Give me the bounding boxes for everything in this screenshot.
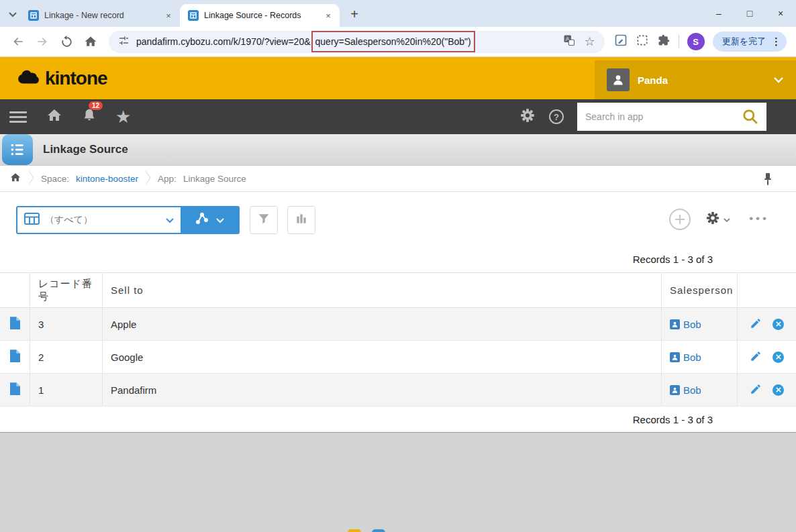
search-input[interactable] [577, 103, 734, 131]
tab-close-icon[interactable]: × [322, 9, 334, 21]
forward-icon[interactable] [31, 30, 54, 53]
back-icon[interactable] [7, 30, 30, 53]
settings-gear-icon[interactable] [519, 107, 536, 126]
app-settings-button[interactable] [705, 211, 730, 228]
breadcrumb-app-label: App: [158, 174, 177, 184]
delete-icon[interactable] [773, 352, 784, 363]
browser-update-button[interactable]: 更新を完了 ⋮ [713, 32, 787, 52]
header-sell-to[interactable]: Sell to [102, 273, 661, 307]
address-bar[interactable]: pandafirm.cybozu.com/k/1970/?view=20&que… [109, 31, 605, 53]
update-button-label: 更新を完了 [722, 36, 766, 48]
salesperson-link[interactable]: Bob [683, 352, 701, 363]
kintone-logo[interactable]: kintone [15, 68, 107, 89]
portal-home-icon[interactable] [46, 107, 63, 126]
url-text: pandafirm.cybozu.com/k/1970/?view=20&que… [136, 31, 475, 52]
app-header: Linkage Source [0, 134, 796, 166]
maximize-icon[interactable]: □ [734, 0, 765, 27]
record-number-cell: 3 [30, 308, 102, 340]
tab-title: Linkage Source - Records [204, 11, 317, 20]
delete-icon[interactable] [773, 384, 784, 396]
chevron-down-icon [724, 213, 730, 225]
reload-icon[interactable] [55, 30, 78, 53]
salesperson-cell: Bob [661, 308, 737, 340]
app-title: Linkage Source [43, 143, 128, 156]
filter-button[interactable] [250, 206, 278, 234]
close-icon[interactable]: × [765, 0, 796, 27]
user-name: Panda [638, 74, 765, 86]
search-icon[interactable] [734, 103, 766, 131]
user-menu[interactable]: Panda [595, 60, 796, 99]
tab-close-icon[interactable]: × [162, 9, 175, 21]
table-header-row: レコード番号 Sell to Salesperson [0, 273, 796, 308]
edit-pencil-icon[interactable] [750, 317, 762, 331]
address-bar-actions: A ☆ [563, 34, 595, 49]
annotate-icon[interactable] [614, 34, 628, 50]
favorites-star-icon[interactable]: ★ [115, 108, 131, 125]
bookmark-star-icon[interactable]: ☆ [585, 34, 595, 49]
notifications-bell-icon[interactable]: 12 [82, 107, 97, 126]
add-record-button[interactable] [668, 208, 691, 233]
view-dropdown[interactable]: （すべて） [17, 207, 181, 233]
bar-chart-icon [295, 212, 308, 228]
breadcrumb: Space: kintone-booster App: Linkage Sour… [0, 166, 796, 192]
table-row[interactable]: 1 Pandafirm Bob [0, 374, 796, 407]
delete-icon[interactable] [773, 319, 784, 330]
salesperson-link[interactable]: Bob [683, 384, 701, 396]
chevron-down-icon [216, 214, 224, 226]
capture-selection-icon[interactable] [636, 34, 649, 50]
browser-tab-inactive[interactable]: Linkage - New record × [20, 4, 180, 27]
user-avatar-icon [607, 68, 630, 91]
view-selector: （すべて） [16, 206, 240, 234]
header-salesperson[interactable]: Salesperson [661, 273, 737, 307]
salesperson-cell: Bob [661, 374, 737, 406]
table-row[interactable]: 2 Google Bob [0, 341, 796, 374]
breadcrumb-space-link[interactable]: kintone-booster [76, 174, 138, 184]
cutoff-blue-element [372, 529, 385, 532]
funnel-icon [257, 212, 270, 228]
app-icon[interactable] [2, 134, 33, 165]
document-icon[interactable] [10, 350, 20, 364]
sell-to-cell: Google [102, 341, 661, 373]
record-number-cell: 2 [30, 341, 102, 373]
profile-avatar[interactable]: S [687, 33, 705, 50]
edit-pencil-icon[interactable] [750, 383, 762, 397]
user-icon [670, 319, 680, 329]
edit-pencil-icon[interactable] [750, 350, 762, 364]
document-icon[interactable] [10, 382, 20, 397]
breadcrumb-app-name: Linkage Source [183, 174, 246, 184]
extensions-puzzle-icon[interactable] [657, 34, 670, 50]
chevron-down-icon [773, 74, 784, 86]
table-row[interactable]: 3 Apple Bob [0, 308, 796, 341]
home-icon[interactable] [79, 30, 102, 53]
translate-icon[interactable]: A [563, 34, 575, 49]
toolbar-divider [679, 35, 679, 48]
new-tab-button[interactable]: + [345, 5, 364, 23]
gear-icon [705, 211, 720, 228]
window-controls: – □ × [703, 0, 796, 27]
tab-search-button[interactable] [5, 4, 20, 24]
graph-view-button[interactable] [181, 207, 238, 233]
browser-tab-strip: Linkage - New record × Linkage Source - … [0, 0, 796, 27]
help-icon[interactable]: ? [549, 109, 564, 124]
header-actions [737, 273, 796, 307]
chevron-down-icon [9, 8, 17, 20]
browser-menu-icon[interactable]: ⋮ [771, 36, 781, 48]
browser-window: Linkage - New record × Linkage Source - … [0, 0, 796, 532]
header-record-number[interactable]: レコード番号 [30, 273, 102, 307]
page-background [0, 432, 796, 532]
minimize-icon[interactable]: – [703, 0, 734, 27]
pin-icon[interactable] [764, 172, 772, 188]
chart-button[interactable] [287, 206, 315, 234]
graph-icon [195, 211, 209, 229]
records-count-bottom: Records 1 - 3 of 3 [0, 407, 796, 432]
browser-tab-active[interactable]: Linkage Source - Records × [180, 4, 340, 27]
site-settings-icon[interactable] [118, 35, 130, 49]
records-table: レコード番号 Sell to Salesperson 3 Apple Bob 2… [0, 272, 796, 407]
hamburger-menu-icon[interactable] [9, 109, 27, 125]
browser-toolbar: pandafirm.cybozu.com/k/1970/?view=20&que… [0, 27, 796, 57]
document-icon[interactable] [10, 317, 20, 331]
home-icon[interactable] [9, 172, 21, 185]
salesperson-link[interactable]: Bob [683, 319, 701, 330]
more-options-icon[interactable]: ••• [749, 212, 769, 225]
table-view-icon [24, 213, 40, 227]
